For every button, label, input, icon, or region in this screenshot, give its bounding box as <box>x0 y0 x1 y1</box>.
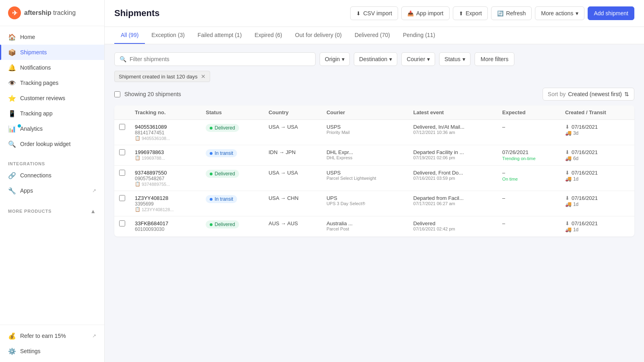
event-main: Delivered, Front Do... <box>413 170 493 176</box>
courier-sub: Parcel Select Lightweight <box>326 176 404 181</box>
table-body: 94055361089 88141747451 📋9405536108... D… <box>114 120 634 237</box>
col-status: Status <box>201 105 264 120</box>
integrations-section: INTEGRATIONS 🔗 Connections 🔧 Apps ↗ <box>0 155 104 202</box>
add-shipment-button[interactable]: Add shipment <box>588 6 634 20</box>
sidebar-item-settings[interactable]: ⚙️ Settings <box>0 343 104 359</box>
page-header: Shipments ⬇ CSV import 📥 App import ⬆ Ex… <box>105 0 644 27</box>
courier-cell: USPS Parcel Select Lightweight <box>322 166 409 191</box>
created-transit-cell: ⬇ 07/16/2021 🚚 1d <box>560 191 634 216</box>
table-row: 93748897550 09057548267 📋9374889755... D… <box>114 166 634 191</box>
apps-icon: 🔧 <box>8 187 16 195</box>
tab-failed-attempt[interactable]: Failed attempt (1) <box>191 27 248 44</box>
tracking-pages-icon: 👁️ <box>8 79 16 87</box>
export-button[interactable]: ⬆ Export <box>453 6 488 20</box>
status-cell: Delivered <box>201 216 264 237</box>
sidebar-item-tracking-pages[interactable]: 👁️ Tracking pages <box>0 75 104 90</box>
tab-expired[interactable]: Expired (6) <box>248 27 289 44</box>
showing-count: Showing 20 shipments <box>114 91 181 97</box>
more-actions-button[interactable]: More actions ▾ <box>535 6 584 20</box>
tab-all[interactable]: All (99) <box>114 27 145 44</box>
row-checkbox[interactable] <box>119 195 125 201</box>
sidebar-item-refer[interactable]: 💰 Refer to earn 15% ↗ <box>0 328 104 343</box>
tab-pending[interactable]: Pending (11) <box>396 27 442 44</box>
sort-select[interactable]: Sort by Created (newest first) ⇅ <box>543 88 634 101</box>
tab-exception[interactable]: Exception (3) <box>145 27 191 44</box>
app-import-button[interactable]: 📥 App import <box>401 6 450 20</box>
event-time: 07/16/2021 02:42 pm <box>413 226 493 231</box>
tracking-no-main: 33FKB684017 <box>135 220 196 226</box>
sidebar-item-tracking-app[interactable]: 📱 Tracking app <box>0 106 104 121</box>
country-text: AUS → AUS <box>268 220 298 226</box>
download-icon: ⬇ <box>565 170 570 176</box>
created-date: ⬇ 07/16/2021 <box>565 124 630 130</box>
courier-chevron-icon: ▾ <box>427 56 430 62</box>
row-checkbox-cell <box>114 145 130 166</box>
courier-sub: DHL Express <box>326 155 404 160</box>
csv-import-button[interactable]: ⬇ CSV import <box>350 6 398 20</box>
search-input[interactable] <box>130 56 310 62</box>
row-checkbox[interactable] <box>119 124 125 130</box>
page-title: Shipments <box>114 8 159 19</box>
status-dot-icon <box>210 198 213 201</box>
tracking-no-main: 1996978863 <box>135 149 196 155</box>
sidebar-item-analytics[interactable]: 📊 Analytics <box>0 121 104 136</box>
tab-delivered[interactable]: Delivered (70) <box>348 27 396 44</box>
sidebar-item-order-lookup[interactable]: 🔍 Order lookup widget <box>0 136 104 152</box>
tab-out-for-delivery[interactable]: Out for delivery (0) <box>289 27 348 44</box>
courier-sub: UPS 3 Day Select® <box>326 201 404 206</box>
main-nav: 🏠 Home 📦 Shipments 🔔 Notifications 👁️ Tr… <box>0 26 104 155</box>
notifications-icon: 🔔 <box>8 64 16 72</box>
more-products-label: MORE PRODUCTS ▲ <box>0 205 104 216</box>
download-icon: ⬇ <box>565 220 570 226</box>
integrations-label: INTEGRATIONS <box>0 158 104 168</box>
sidebar-bottom: 💰 Refer to earn 15% ↗ ⚙️ Settings <box>0 325 104 362</box>
status-badge: Delivered <box>206 220 239 228</box>
sidebar-item-apps[interactable]: 🔧 Apps ↗ <box>0 183 104 198</box>
col-checkbox <box>114 105 130 120</box>
select-all-checkbox[interactable] <box>114 91 120 97</box>
created-transit-cell: ⬇ 07/16/2021 🚚 3d <box>560 120 634 145</box>
remove-filter-button[interactable]: ✕ <box>201 73 206 80</box>
tabs-bar: All (99) Exception (3) Failed attempt (1… <box>105 27 644 44</box>
transit-days: 🚚 6d <box>565 155 630 161</box>
sidebar-item-apps-label: Apps <box>20 187 33 194</box>
refresh-button[interactable]: 🔄 Refresh <box>491 6 532 20</box>
row-checkbox[interactable] <box>119 170 125 176</box>
country-cell: USA → USA <box>264 166 322 191</box>
sidebar-item-customer-reviews[interactable]: ⭐ Customer reviews <box>0 90 104 106</box>
sort-value: Created (newest first) <box>568 91 622 97</box>
status-badge: In transit <box>206 149 237 157</box>
courier-main: USPS <box>326 170 404 176</box>
sidebar-item-notifications[interactable]: 🔔 Notifications <box>0 60 104 75</box>
sidebar-item-connections[interactable]: 🔗 Connections <box>0 168 104 183</box>
truck-icon: 🚚 <box>565 226 572 232</box>
col-country: Country <box>264 105 322 120</box>
row-checkbox-cell <box>114 216 130 237</box>
courier-cell: Australia ... Parcel Post <box>322 216 409 237</box>
tracking-no-cell: 33FKB684017 60100093030 <box>130 216 201 237</box>
courier-main: DHL Expr... <box>326 149 404 155</box>
origin-filter-button[interactable]: Origin ▾ <box>320 52 350 66</box>
courier-filter-button[interactable]: Courier ▾ <box>401 52 435 66</box>
status-filter-button[interactable]: Status ▾ <box>439 52 471 66</box>
main-area: Shipments ⬇ CSV import 📥 App import ⬆ Ex… <box>105 0 644 362</box>
sidebar-item-home[interactable]: 🏠 Home <box>0 29 104 45</box>
sidebar-item-shipments[interactable]: 📦 Shipments <box>0 45 104 60</box>
more-products-collapse-icon[interactable]: ▲ <box>90 208 96 214</box>
courier-sub: Parcel Post <box>326 226 404 231</box>
courier-sub: Priority Mail <box>326 130 404 135</box>
sidebar-item-refer-label: Refer to earn 15% <box>20 333 66 339</box>
transit-days: 🚚 3d <box>565 130 630 136</box>
latest-event-cell: Delivered 07/16/2021 02:42 pm <box>409 216 497 237</box>
latest-event-cell: Departed Facility in ... 07/19/2021 02:0… <box>409 145 497 166</box>
row-checkbox[interactable] <box>119 149 125 155</box>
status-dot-icon <box>210 173 213 175</box>
sidebar: ✈ aftership tracking 🏠 Home 📦 Shipments … <box>0 0 105 362</box>
more-filters-button[interactable]: More filters <box>475 52 514 66</box>
refresh-icon: 🔄 <box>497 10 504 16</box>
tracking-app-icon: 📱 <box>8 109 16 117</box>
destination-filter-button[interactable]: Destination ▾ <box>354 52 397 66</box>
row-checkbox[interactable] <box>119 220 125 226</box>
event-main: Delivered, In/At Mail... <box>413 124 493 130</box>
expected-cell: 07/26/2021Trending on-time <box>497 145 560 166</box>
